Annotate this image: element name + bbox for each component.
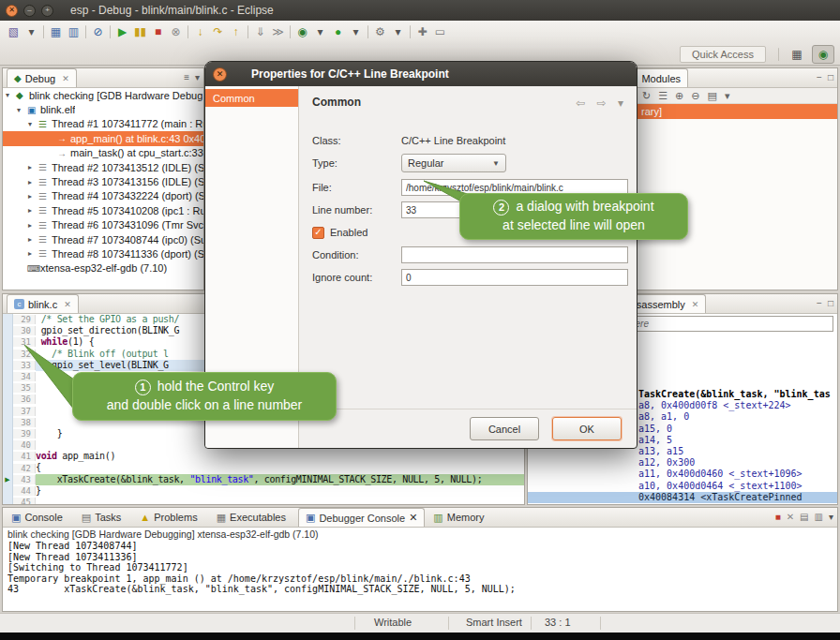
ignore-count-input[interactable] <box>401 269 628 286</box>
debug-tree-row[interactable]: ▾ ☰ Thread #1 1073411772 (main : Runn <box>3 117 203 131</box>
new-wizard-icon[interactable]: ▧ <box>5 23 22 41</box>
open-perspective-icon[interactable]: ▦ <box>786 45 808 64</box>
close-icon[interactable]: ✕ <box>64 300 71 309</box>
close-icon[interactable]: ✕ <box>692 300 699 309</box>
line-number[interactable]: 45 <box>13 498 36 504</box>
console-output[interactable]: blink checking [GDB Hardware Debugging] … <box>3 528 837 611</box>
resume-icon[interactable]: ▶ <box>113 23 131 41</box>
console-tab[interactable]: ▲ Problems <box>133 508 207 527</box>
minimize-icon[interactable]: − <box>817 72 822 82</box>
condition-input[interactable] <box>401 246 628 263</box>
run-icon[interactable]: ● <box>329 23 347 41</box>
history-menu-icon[interactable]: ▾ <box>618 97 623 110</box>
console-tab[interactable]: ▣ Debugger Console ✕ <box>298 508 425 527</box>
line-number[interactable]: 35 <box>13 383 36 393</box>
instruction-stepping-icon[interactable]: ≫ <box>269 23 287 41</box>
separator[interactable] <box>410 25 411 38</box>
editor-marker-bar[interactable] <box>3 314 13 325</box>
debug-perspective-icon[interactable]: ◉ <box>812 45 834 64</box>
debug-tree-row[interactable]: ▸ ☰ Thread #3 1073413156 (IDLE) (Susp <box>3 174 203 188</box>
step-over-icon[interactable]: ↷ <box>209 23 227 41</box>
dialog-close-button[interactable]: ✕ <box>213 67 227 82</box>
disconnect-icon[interactable]: ⊗ <box>167 23 185 41</box>
external-tools-dropdown-icon[interactable]: ▾ <box>389 23 407 41</box>
debug-dropdown-icon[interactable]: ▾ <box>311 23 329 41</box>
editor-marker-bar[interactable] <box>3 394 13 405</box>
line-number[interactable]: 32 <box>13 350 36 359</box>
line-number[interactable]: 41 <box>13 452 36 461</box>
debug-tree-row[interactable]: ▾ ◆ blink checking [GDB Hardware Debug <box>3 88 203 102</box>
terminate-icon[interactable]: ■ <box>775 512 781 522</box>
tab-blink-c[interactable]: c blink.c ✕ <box>7 294 79 313</box>
disassembly-row[interactable]: a10, 0x400d0464 <_stext+1100> <box>528 481 837 492</box>
line-number[interactable]: 44 <box>13 486 36 496</box>
expander-icon[interactable]: ▸ <box>28 221 38 230</box>
editor-marker-bar[interactable] <box>3 417 13 428</box>
remove-icon[interactable]: ⊖ <box>691 90 699 101</box>
open-element-icon[interactable]: ▭ <box>431 23 449 41</box>
editor-marker-bar[interactable] <box>3 336 13 348</box>
line-number[interactable]: 34 <box>13 372 36 381</box>
editor-marker-bar[interactable] <box>3 349 13 360</box>
line-number[interactable]: 30 <box>13 326 36 335</box>
expander-icon[interactable]: ▾ <box>17 106 27 114</box>
debug-tree-row[interactable]: ▾ ▣ blink.elf <box>3 102 203 116</box>
disassembly-row[interactable]: a11, 0x400d0460 <_stext+1096> <box>528 469 837 480</box>
editor-marker-bar[interactable] <box>3 406 13 417</box>
save-all-icon[interactable]: ▥ <box>65 23 82 41</box>
debug-icon[interactable]: ◉ <box>293 23 311 41</box>
editor-marker-bar[interactable] <box>3 485 13 497</box>
separator[interactable] <box>290 25 291 38</box>
step-into-icon[interactable]: ↓ <box>191 23 209 41</box>
add-icon[interactable]: ⊕ <box>675 90 683 101</box>
save-icon[interactable]: ▦ <box>47 23 65 41</box>
line-number[interactable]: 38 <box>13 418 36 427</box>
debug-tree-row[interactable]: ▸ ☰ Thread #7 1073408744 (ipc0) (Susp <box>3 232 203 246</box>
line-number[interactable]: 29 <box>13 315 36 324</box>
editor-marker-bar[interactable] <box>3 325 13 336</box>
debug-tree-row[interactable]: ▸ ☰ Thread #6 1073431096 (Tmr Svc) (S <box>3 218 203 232</box>
editor-marker-bar[interactable] <box>3 428 13 439</box>
expander-icon[interactable]: ▸ <box>28 235 38 244</box>
scroll-lock-icon[interactable]: ▥ <box>815 512 823 522</box>
sidebar-item-common[interactable]: Common <box>205 89 298 107</box>
window-maximize-button[interactable]: + <box>41 5 53 17</box>
refresh-icon[interactable]: ↻ <box>642 90 651 101</box>
editor-marker-bar[interactable] <box>3 462 13 473</box>
run-dropdown-icon[interactable]: ▾ <box>347 23 365 41</box>
external-tools-icon[interactable]: ⚙ <box>371 23 389 41</box>
separator[interactable] <box>368 25 368 38</box>
new-project-icon[interactable]: ✚ <box>413 23 431 41</box>
expander-icon[interactable]: ▾ <box>6 91 16 99</box>
close-icon[interactable]: ✕ <box>409 512 417 524</box>
view-menu-icon[interactable]: ▾ <box>195 72 200 82</box>
debug-tree-row[interactable]: ▸ ☰ Thread #4 1073432224 (dport) (Sus <box>3 189 203 203</box>
expander-icon[interactable]: ▸ <box>28 249 38 258</box>
enabled-checkbox[interactable]: ✓ <box>312 227 324 239</box>
debug-tree-row[interactable]: ▸ ☰ Thread #8 1073411336 (dport) (Sus <box>3 246 203 260</box>
debug-tree-row[interactable]: ▸ ☰ Thread #5 1073410208 (ipc1 : Runni <box>3 203 203 217</box>
suspend-icon[interactable]: ▮▮ <box>131 23 149 41</box>
back-icon[interactable]: ⇦ <box>576 97 585 110</box>
line-number[interactable]: 40 <box>13 440 36 450</box>
terminate-icon[interactable]: ■ <box>149 23 167 41</box>
debug-tree-row[interactable]: → app_main() at blink.c:43 0x400dbc <box>3 131 203 145</box>
debug-tree-row[interactable]: ⌨ xtensa-esp32-elf-gdb (7.10) <box>3 261 203 275</box>
view-menu-icon[interactable]: ▾ <box>725 90 730 101</box>
skip-breakpoints-icon[interactable]: ⊘ <box>89 23 107 41</box>
view-menu-icon[interactable]: ▾ <box>829 512 833 522</box>
editor-marker-bar[interactable] <box>3 382 13 394</box>
minimize-icon[interactable]: − <box>817 298 822 308</box>
collapse-all-icon[interactable]: ☰ <box>658 90 668 101</box>
new-dropdown-icon[interactable]: ▾ <box>22 23 40 41</box>
maximize-icon[interactable]: □ <box>828 72 833 82</box>
view-toolbar-icon[interactable]: ≡ <box>184 72 189 82</box>
editor-marker-bar[interactable] <box>3 497 13 504</box>
window-minimize-button[interactable]: – <box>23 5 36 17</box>
layout-icon[interactable]: ▤ <box>708 90 717 101</box>
separator[interactable] <box>188 25 188 38</box>
step-return-icon[interactable]: ↑ <box>227 23 245 41</box>
type-dropdown[interactable]: Regular ▼ <box>401 154 506 172</box>
console-tab[interactable]: ▦ Executables <box>210 508 296 527</box>
separator[interactable] <box>43 25 44 38</box>
